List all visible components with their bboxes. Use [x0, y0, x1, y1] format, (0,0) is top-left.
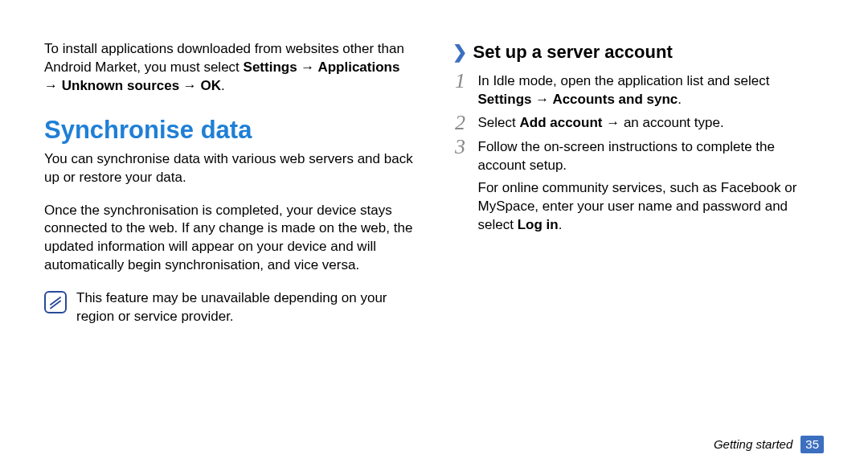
extra-bold: Log in — [518, 217, 559, 232]
step-1-suffix: . — [678, 92, 682, 107]
sync-para-1: You can synchronise data with various we… — [44, 150, 416, 187]
step-extra-note: For online community services, such as F… — [478, 179, 825, 235]
step-1: 1 In Idle mode, open the application lis… — [452, 71, 825, 109]
step-2-suffix: → an account type. — [602, 115, 723, 130]
footer-section-name: Getting started — [714, 436, 792, 453]
subsection-heading: ❯ Set up a server account — [452, 40, 825, 64]
extra-suffix: . — [559, 217, 563, 232]
left-column: To install applications downloaded from … — [44, 40, 416, 326]
step-number: 1 — [452, 71, 469, 92]
subsection-title: Set up a server account — [473, 40, 673, 64]
step-2-prefix: Select — [478, 115, 520, 130]
step-2: 2 Select Add account → an account type. — [452, 113, 825, 133]
page-number: 35 — [800, 436, 824, 453]
sync-para-2: Once the synchronisation is completed, y… — [44, 202, 416, 276]
step-1-prefix: In Idle mode, open the application list … — [478, 73, 770, 88]
intro-text-suffix: . — [221, 78, 225, 93]
step-number: 3 — [452, 137, 469, 158]
step-3: 3 Follow the on-screen instructions to c… — [452, 137, 825, 175]
step-1-bold: Settings → Accounts and sync — [478, 92, 678, 107]
steps-list: 1 In Idle mode, open the application lis… — [452, 71, 825, 175]
page-footer: Getting started 35 — [714, 436, 824, 453]
right-column: ❯ Set up a server account 1 In Idle mode… — [452, 40, 825, 326]
note-text: This feature may be unavailable dependin… — [76, 289, 416, 326]
note-block: This feature may be unavailable dependin… — [44, 289, 416, 326]
note-icon — [44, 291, 67, 313]
step-number: 2 — [452, 113, 469, 133]
section-title: Synchronise data — [44, 113, 416, 147]
step-3-prefix: Follow the on-screen instructions to com… — [478, 139, 775, 173]
step-2-bold: Add account — [519, 115, 602, 130]
chevron-right-icon: ❯ — [452, 43, 467, 61]
intro-paragraph: To install applications downloaded from … — [44, 40, 416, 96]
